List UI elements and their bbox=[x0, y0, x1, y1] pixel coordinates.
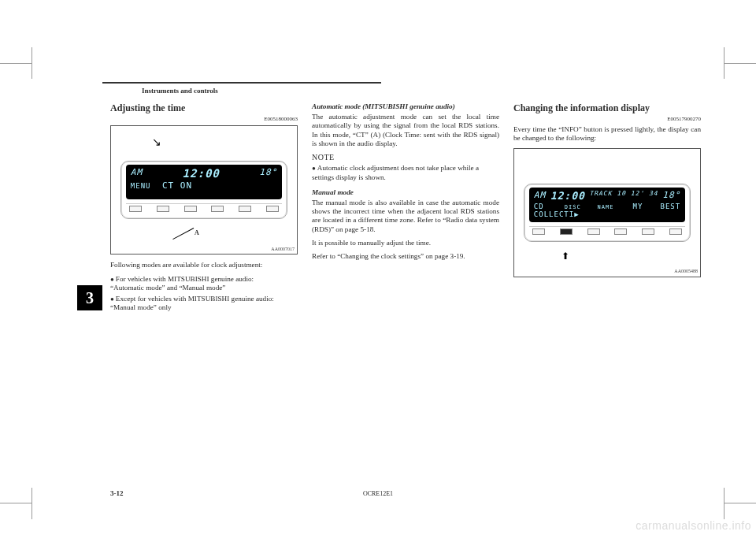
page: Instruments and controls 3 Adjusting the… bbox=[47, 55, 709, 519]
note-list: Automatic clock adjustment does not take… bbox=[312, 164, 499, 181]
heading-adjusting-time: Adjusting the time bbox=[110, 102, 298, 114]
chapter-tab: 3 bbox=[77, 285, 102, 310]
doc-id: E00517900270 bbox=[513, 116, 701, 123]
paragraph: The automatic adjustment mode can set th… bbox=[312, 113, 499, 148]
radio-band: AM bbox=[534, 190, 546, 202]
list-item: Automatic clock adjustment does not take… bbox=[312, 164, 499, 181]
radio-buttons-row bbox=[529, 226, 685, 236]
radio-unit: AM 12:00 TRACK 10 12' 34 18° CD DISC NAM… bbox=[524, 184, 691, 242]
intro-text: Following modes are available for clock … bbox=[110, 261, 298, 269]
column-2: Automatic mode (MITSUBISHI genuine audio… bbox=[312, 102, 499, 317]
doc-id: E00518000063 bbox=[110, 116, 298, 123]
note-heading: NOTE bbox=[312, 153, 499, 162]
pointer-down-icon: ↘ bbox=[152, 136, 161, 149]
header-section-title: Instruments and controls bbox=[142, 87, 218, 95]
column-1: Adjusting the time E00518000063 ↘ AM 12:… bbox=[110, 102, 298, 317]
illustration-id: AA0005488 bbox=[674, 269, 698, 274]
heading-automatic-mode: Automatic mode (MITSUBISHI genuine audio… bbox=[312, 102, 499, 111]
illustration-id: AA0007017 bbox=[271, 247, 295, 252]
paragraph: Every time the “INFO” button is pressed … bbox=[513, 125, 701, 143]
watermark: carmanualsonline.info bbox=[636, 519, 751, 532]
radio-disc-label: DISC NAME bbox=[565, 204, 614, 210]
pointer-up-icon: ⬆ bbox=[561, 251, 569, 262]
paragraph: It is possible to manually adjust the ti… bbox=[312, 239, 499, 247]
paragraph: Refer to “Changing the clock settings” o… bbox=[312, 252, 499, 261]
radio-clock: 12:00 bbox=[550, 190, 585, 202]
radio-source: CD bbox=[534, 202, 544, 210]
radio-track: TRACK 10 12' 34 bbox=[589, 190, 658, 202]
radio-screen: AM 12:00 TRACK 10 12' 34 18° CD DISC NAM… bbox=[529, 188, 685, 222]
page-number: 3-12 bbox=[110, 489, 124, 497]
mode-list: For vehicles with MITSUBISHI genuine aud… bbox=[110, 275, 298, 313]
radio-unit: AM 12:00 18° MENU CT ON bbox=[120, 161, 287, 219]
list-item: For vehicles with MITSUBISHI genuine aud… bbox=[110, 275, 298, 292]
label-a: A bbox=[195, 229, 199, 237]
radio-band: AM bbox=[131, 167, 143, 180]
leader-line bbox=[172, 228, 194, 240]
heading-manual-mode: Manual mode bbox=[312, 188, 499, 197]
illustration-radio-info: AM 12:00 TRACK 10 12' 34 18° CD DISC NAM… bbox=[513, 148, 701, 277]
radio-temp: 18° bbox=[259, 167, 277, 180]
radio-menu: MENU bbox=[131, 182, 151, 190]
illustration-radio-ct: ↘ AM 12:00 18° MENU CT ON bbox=[110, 125, 298, 254]
heading-changing-display: Changing the information display bbox=[513, 102, 701, 114]
list-item: Except for vehicles with MITSUBISHI genu… bbox=[110, 295, 298, 312]
radio-temp: 18° bbox=[662, 190, 680, 202]
radio-buttons-row bbox=[126, 203, 282, 214]
radio-screen: AM 12:00 18° MENU CT ON bbox=[126, 165, 282, 199]
radio-clock: 12:00 bbox=[183, 167, 220, 180]
book-code: OCRE12E1 bbox=[363, 490, 393, 497]
content-columns: Adjusting the time E00518000063 ↘ AM 12:… bbox=[110, 102, 701, 317]
radio-status: CT ON bbox=[162, 180, 192, 191]
paragraph: The manual mode is also available in cas… bbox=[312, 199, 499, 234]
header-rule bbox=[102, 82, 709, 84]
column-3: Changing the information display E005179… bbox=[513, 102, 701, 317]
